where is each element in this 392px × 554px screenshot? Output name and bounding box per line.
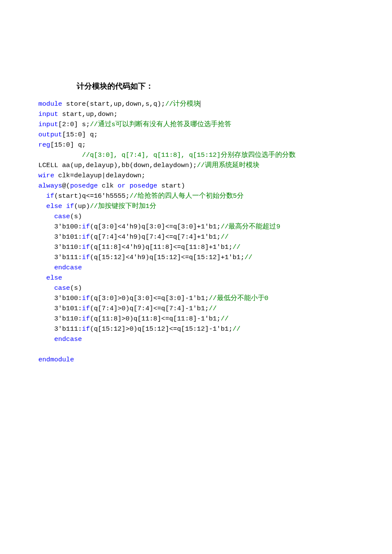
code-token: (q[3:0]>0)q[3:0]<=q[3:0]-1'b1; — [90, 294, 209, 302]
keyword-token: input — [38, 121, 58, 128]
comment-token: // — [221, 315, 229, 323]
code-line: endcase — [38, 263, 354, 273]
code-line: 3'b111:if(q[15:12]>0)q[15:12]<=q[15:12]-… — [38, 324, 354, 334]
keyword-token: endcase — [54, 264, 82, 271]
code-token: 3'b111: — [38, 254, 82, 261]
text-cursor — [200, 101, 200, 107]
section-title: 计分模块的代码如下： — [77, 81, 354, 91]
keyword-token: if — [82, 223, 90, 231]
code-line: //q[3:0], q[7:4], q[11:8], q[15:12]分别存放四… — [38, 150, 354, 160]
keyword-token: if — [82, 325, 90, 333]
code-token — [62, 202, 66, 210]
code-token: (s) — [70, 213, 82, 220]
comment-token: //最低分不能小于0 — [209, 294, 268, 302]
code-token: (up) — [74, 202, 90, 210]
code-token: clk — [98, 182, 118, 190]
comment-token: //最高分不能超过9 — [221, 223, 280, 231]
keyword-token: posedge — [130, 182, 157, 190]
comment-token: // — [209, 305, 217, 312]
keyword-token: else — [46, 202, 62, 210]
code-token: clk=delayup|delaydown; — [54, 172, 145, 179]
code-token: 3'b111: — [38, 325, 82, 333]
code-line: case(s) — [38, 283, 354, 293]
keyword-token: if — [82, 294, 90, 302]
code-token: (q[11:8]>0)q[11:8]<=q[11:8]-1'b1; — [90, 315, 221, 323]
code-token — [38, 284, 54, 292]
code-token: (s) — [70, 284, 82, 292]
keyword-token: or — [118, 182, 126, 190]
code-line: input start,up,down; — [38, 109, 354, 119]
code-token: [15:0] q; — [62, 131, 98, 138]
code-line: endcase — [38, 334, 354, 344]
code-token: LCELL aa(up,delayup),bb(down,delaydown); — [38, 162, 197, 169]
comment-token: //q[3:0], q[7:4], q[11:8], q[15:12]分别存放四… — [82, 151, 296, 159]
code-line — [38, 344, 354, 355]
keyword-token: wire — [38, 172, 54, 179]
code-token: start,up,down; — [58, 110, 118, 118]
code-token — [38, 151, 82, 159]
keyword-token: else — [46, 274, 62, 282]
comment-token: //调用系统延时模块 — [197, 162, 259, 169]
code-token: [2:0] s; — [58, 121, 90, 128]
code-token: (q[7:4]>0)q[7:4]<=q[7:4]-1'b1; — [90, 305, 209, 312]
keyword-token: if — [82, 315, 90, 323]
comment-token: // — [233, 243, 241, 251]
code-token — [38, 335, 54, 343]
code-line: 3'b111:if(q[15:12]<4'h9)q[15:12]<=q[15:1… — [38, 252, 354, 263]
keyword-token: always — [38, 182, 62, 190]
code-token: 3'b101: — [38, 233, 82, 241]
keyword-token: if — [82, 254, 90, 261]
keyword-token: if — [46, 192, 55, 200]
code-token — [38, 264, 54, 271]
code-line: 3'b110:if(q[11:8]>0)q[11:8]<=q[11:8]-1'b… — [38, 314, 354, 324]
code-line: 3'b100:if(q[3:0]>0)q[3:0]<=q[3:0]-1'b1;/… — [38, 293, 354, 303]
code-line: 3'b101:if(q[7:4]>0)q[7:4]<=q[7:4]-1'b1;/… — [38, 303, 354, 314]
code-token — [38, 213, 54, 220]
code-token: (q[7:4]<4'h9)q[7:4]<=q[7:4]+1'b1; — [90, 233, 221, 241]
code-token: (q[11:8]<4'h9)q[11:8]<=q[11:8]+1'b1; — [90, 243, 233, 251]
code-token: (q[15:12]<4'h9)q[15:12]<=q[15:12]+1'b1; — [90, 254, 245, 261]
code-token: @( — [62, 182, 70, 190]
code-line: LCELL aa(up,delayup),bb(down,delaydown);… — [38, 160, 354, 170]
keyword-token: if — [82, 305, 90, 312]
keyword-token: reg — [38, 141, 50, 149]
keyword-token: if — [82, 243, 90, 251]
code-token: 3'b100: — [38, 223, 82, 231]
code-token: 3'b101: — [38, 305, 82, 312]
comment-token: // — [245, 254, 253, 261]
code-token: start) — [157, 182, 185, 190]
keyword-token: if — [66, 202, 74, 210]
keyword-token: endmodule — [38, 356, 74, 364]
code-line: else if(up)//加按键按下时加1分 — [38, 201, 354, 211]
code-token — [126, 182, 130, 190]
code-line: output[15:0] q; — [38, 130, 354, 140]
code-token — [38, 192, 46, 200]
code-line: if(start)q<=16'h5555;//给抢答的四人每人一个初始分数5分 — [38, 191, 354, 201]
code-token — [38, 274, 46, 282]
keyword-token: case — [54, 213, 70, 220]
code-token: 3'b110: — [38, 315, 82, 323]
keyword-token: endcase — [54, 335, 82, 343]
comment-token: //计分模块 — [165, 100, 201, 108]
code-token — [38, 202, 46, 210]
code-line: reg[15:0] q; — [38, 140, 354, 150]
code-line: module store(start,up,down,s,q);//计分模块 — [38, 99, 354, 109]
code-line: input[2:0] s;//通过s可以判断有没有人抢答及哪位选手抢答 — [38, 119, 354, 130]
code-token: (start)q<=16'h5555; — [54, 192, 130, 200]
keyword-token: output — [38, 131, 62, 138]
keyword-token: input — [38, 110, 58, 118]
code-line: wire clk=delayup|delaydown; — [38, 170, 354, 181]
code-token: 3'b100: — [38, 294, 82, 302]
keyword-token: case — [54, 284, 70, 292]
code-token: store(start,up,down,s,q); — [62, 100, 165, 108]
comment-token: // — [233, 325, 241, 333]
code-token: [15:0] q; — [50, 141, 86, 149]
document-page: 计分模块的代码如下： module store(start,up,down,s,… — [0, 0, 392, 399]
code-line: endmodule — [38, 355, 354, 365]
code-line: 3'b110:if(q[11:8]<4'h9)q[11:8]<=q[11:8]+… — [38, 242, 354, 252]
code-token: 3'b110: — [38, 243, 82, 251]
code-line: 3'b101:if(q[7:4]<4'h9)q[7:4]<=q[7:4]+1'b… — [38, 232, 354, 242]
comment-token: //给抢答的四人每人一个初始分数5分 — [130, 192, 244, 200]
code-line: always@(posedge clk or posedge start) — [38, 181, 354, 191]
code-block: module store(start,up,down,s,q);//计分模块in… — [38, 99, 354, 365]
